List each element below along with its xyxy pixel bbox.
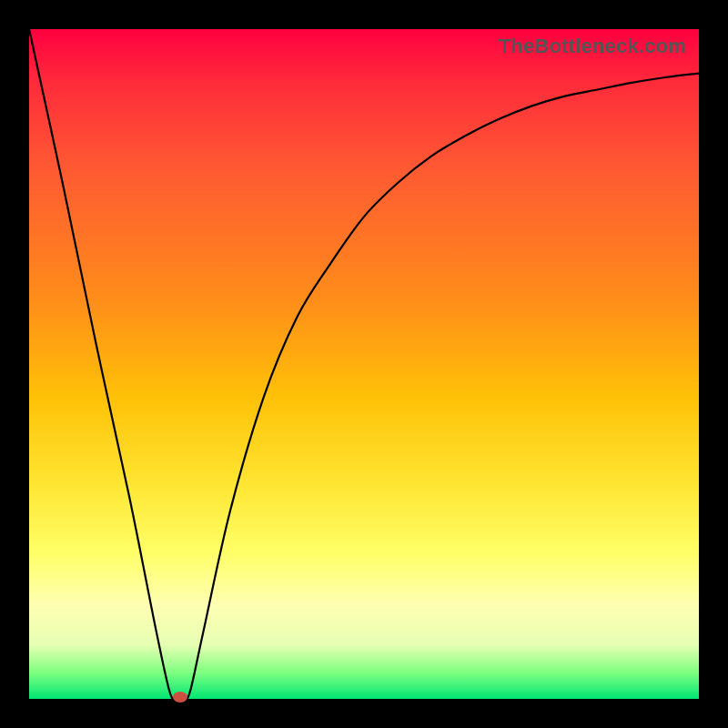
plot-area: TheBottleneck.com: [29, 29, 699, 699]
curve-path: [29, 29, 699, 699]
minimum-marker: [173, 692, 187, 703]
watermark-text: TheBottleneck.com: [499, 35, 686, 58]
chart-frame: TheBottleneck.com: [0, 0, 728, 728]
bottleneck-curve: [29, 29, 699, 699]
